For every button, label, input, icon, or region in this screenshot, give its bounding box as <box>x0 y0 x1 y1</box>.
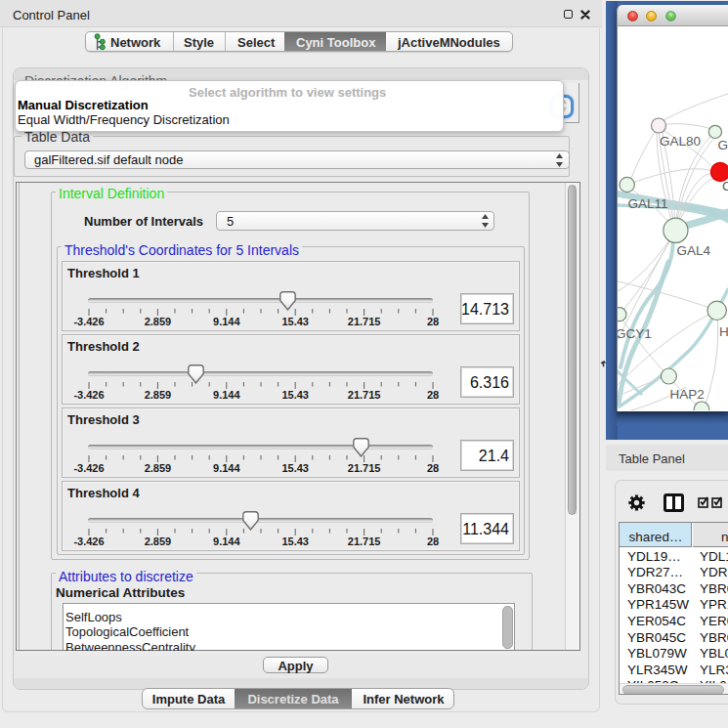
svg-text:H: H <box>719 324 728 339</box>
svg-text:GAL80: GAL80 <box>660 134 701 149</box>
svg-text:GAL11: GAL11 <box>628 196 668 211</box>
svg-text:G.: G. <box>718 138 728 152</box>
svg-text:GAL4: GAL4 <box>677 243 711 258</box>
svg-text:C: C <box>722 179 728 193</box>
svg-text:HAP2: HAP2 <box>670 387 705 402</box>
svg-text:GCY1: GCY1 <box>618 326 652 341</box>
